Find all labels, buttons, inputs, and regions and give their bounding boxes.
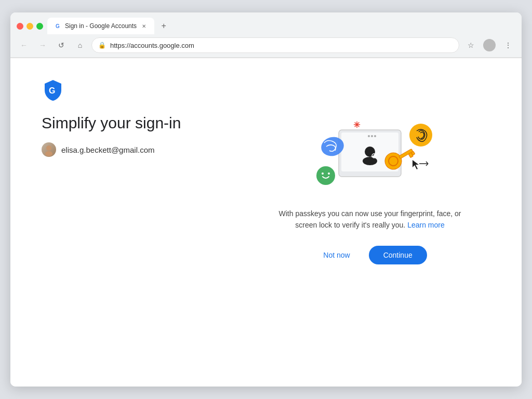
svg-text:G: G (49, 86, 55, 95)
right-column: ✳ (249, 114, 490, 264)
active-tab[interactable]: G Sign in - Google Accounts ✕ (47, 18, 154, 34)
svg-point-7 (368, 135, 370, 137)
close-button[interactable] (17, 23, 23, 30)
address-bar: ← → ↺ ⌂ 🔒 https://accounts.google.com ☆ … (10, 34, 522, 58)
left-column: Simplify your sign-in elisa.g.beckett@gm… (42, 114, 229, 172)
description-text: With passkeys you can now use your finge… (271, 208, 469, 231)
tab-favicon: G (54, 22, 62, 30)
svg-point-17 (322, 172, 324, 175)
menu-icon[interactable]: ⋮ (501, 38, 515, 52)
avatar-image (42, 142, 56, 157)
svg-point-9 (374, 135, 376, 137)
svg-point-4 (45, 151, 52, 156)
action-buttons: Not now Continue (313, 246, 427, 264)
svg-text:✳: ✳ (353, 121, 361, 129)
profile-icon[interactable] (482, 38, 497, 52)
url-text: https://accounts.google.com (110, 42, 453, 49)
url-bar[interactable]: 🔒 https://accounts.google.com (91, 37, 459, 53)
main-layout: Simplify your sign-in elisa.g.beckett@gm… (42, 114, 490, 366)
learn-more-link[interactable]: Learn more (407, 221, 445, 229)
svg-point-16 (316, 166, 335, 185)
svg-point-8 (371, 135, 373, 137)
account-row: elisa.g.beckett@gmail.com (42, 142, 229, 157)
account-avatar (42, 142, 56, 157)
account-email: elisa.g.beckett@gmail.com (61, 145, 154, 154)
tab-close-button[interactable]: ✕ (140, 22, 148, 30)
forward-button[interactable]: → (35, 38, 50, 52)
svg-point-25 (409, 124, 432, 147)
maximize-button[interactable] (36, 23, 43, 30)
refresh-button[interactable]: ↺ (54, 38, 69, 52)
tab-title: Sign in - Google Accounts (65, 22, 137, 30)
lock-icon: 🔒 (98, 42, 106, 49)
svg-point-11 (363, 157, 377, 165)
not-now-button[interactable]: Not now (313, 246, 360, 264)
passkey-illustration: ✳ (292, 114, 448, 197)
svg-point-18 (328, 172, 330, 175)
bookmark-icon[interactable]: ☆ (463, 38, 478, 52)
continue-button[interactable]: Continue (369, 246, 427, 264)
svg-text:G: G (56, 23, 60, 29)
svg-point-10 (365, 147, 375, 157)
page-title: Simplify your sign-in (42, 114, 229, 132)
minimize-button[interactable] (26, 23, 33, 30)
browser-window: G Sign in - Google Accounts ✕ + ← → ↺ ⌂ … (10, 12, 522, 387)
svg-point-3 (46, 145, 51, 151)
new-tab-button[interactable]: + (156, 19, 171, 33)
title-bar: G Sign in - Google Accounts ✕ + ← → ↺ ⌂ … (10, 12, 522, 58)
page-content: G Simplify your sign-in (10, 58, 522, 387)
home-button[interactable]: ⌂ (73, 38, 87, 52)
back-button[interactable]: ← (17, 38, 31, 52)
google-shield-logo: G (42, 79, 490, 114)
traffic-lights (17, 23, 43, 30)
